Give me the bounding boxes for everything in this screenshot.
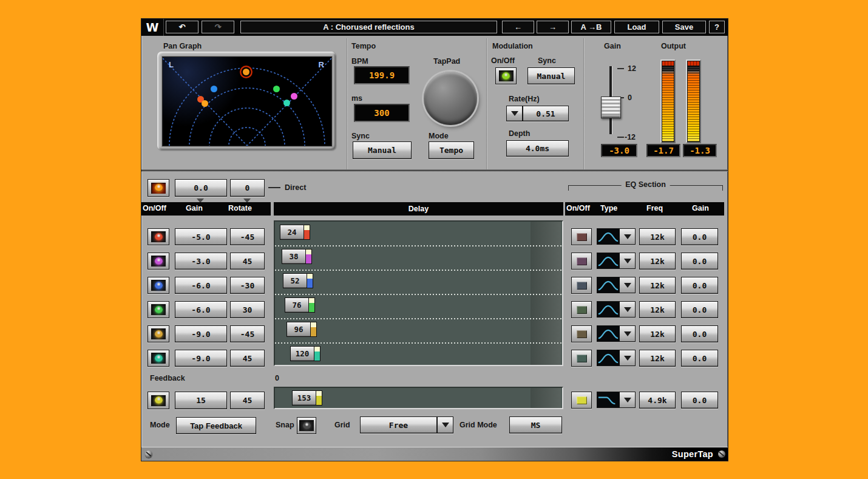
undo-button[interactable]: ↶ [166, 21, 198, 33]
bpm-value[interactable]: 199.9 [354, 66, 410, 84]
save-button[interactable]: Save [662, 21, 706, 33]
ms-value[interactable]: 300 [354, 104, 410, 122]
tap-6-gain[interactable]: -9.0 [175, 350, 227, 367]
eq-3-gain[interactable]: 0.0 [681, 277, 718, 294]
pan-dot[interactable] [243, 69, 249, 75]
tap-4-delay-handle[interactable]: 76 [285, 297, 315, 313]
eq-5-freq[interactable]: 12k [639, 325, 676, 342]
eq-5-onoff[interactable] [571, 325, 592, 342]
rate-value[interactable]: 0.51 [523, 106, 569, 121]
pan-dot[interactable] [291, 93, 297, 100]
next-preset-button[interactable]: → [537, 21, 569, 33]
grid-dropdown-arrow[interactable] [437, 416, 453, 433]
feedback-delay-handle[interactable]: 153 [292, 390, 322, 406]
ms-label: ms [351, 94, 362, 103]
pan-graph-display[interactable]: L R [162, 56, 332, 146]
feedback-gain[interactable]: 15 [175, 392, 227, 409]
tap-3-onoff-led[interactable] [147, 277, 169, 294]
tap-2-gain[interactable]: -3.0 [175, 253, 227, 270]
tempo-mode-button[interactable]: Tempo [429, 141, 474, 159]
tap-2-delay-handle[interactable]: 38 [282, 249, 312, 264]
feedback-onoff-led[interactable] [147, 392, 169, 409]
eq-5-gain[interactable]: 0.0 [681, 325, 718, 342]
tap-6-rotate[interactable]: 45 [230, 350, 265, 367]
pan-dot[interactable] [202, 100, 208, 107]
preset-display[interactable]: A : Chorused reflections [240, 21, 497, 33]
eq-4-freq[interactable]: 12k [639, 301, 676, 318]
tap-4-rotate[interactable]: 30 [230, 301, 265, 318]
prev-preset-button[interactable]: ← [502, 21, 534, 33]
eq-curve-icon [597, 392, 620, 408]
eq-2-gain[interactable]: 0.0 [681, 253, 718, 270]
feedback-eq-onoff[interactable] [571, 392, 592, 409]
feedback-rotate[interactable]: 45 [230, 392, 265, 409]
tap-5-onoff-led[interactable] [147, 325, 169, 342]
eq-6-onoff[interactable] [571, 350, 592, 367]
tempo-sync-button[interactable]: Manual [353, 141, 412, 159]
eq-5-type[interactable] [597, 325, 636, 342]
mod-onoff-led[interactable] [495, 67, 517, 84]
eq-1-gain[interactable]: 0.0 [681, 228, 718, 245]
pan-dot[interactable] [211, 86, 217, 92]
grid-dropdown[interactable]: Free [360, 416, 437, 433]
tap-6-delay-handle[interactable]: 120 [290, 346, 320, 361]
tap-2-onoff-led[interactable] [147, 253, 169, 270]
feedback-eq-freq[interactable]: 4.9k [639, 392, 676, 409]
depth-value[interactable]: 4.0ms [506, 140, 569, 157]
tap-5-delay-handle[interactable]: 96 [287, 322, 317, 337]
delay-panel[interactable]: 24 38 52 76 96 120 [274, 220, 563, 366]
eq-2-type[interactable] [597, 253, 636, 269]
tap-5-rotate[interactable]: -45 [230, 325, 265, 342]
grid-mode-button[interactable]: MS [509, 416, 562, 433]
direct-gain[interactable]: 0.0 [175, 179, 227, 197]
tap-3-delay-handle[interactable]: 52 [283, 273, 313, 288]
gain-value[interactable]: -3.0 [601, 144, 637, 157]
eq-6-gain[interactable]: 0.0 [681, 350, 718, 367]
tap-1-delay-handle[interactable]: 24 [280, 225, 310, 240]
eq-2-onoff[interactable] [571, 253, 592, 270]
feedback-delay-track[interactable]: 153 [274, 387, 563, 409]
direct-rotate[interactable]: 0 [230, 179, 265, 197]
direct-onoff-led[interactable] [147, 179, 169, 197]
eq-4-onoff[interactable] [571, 301, 592, 318]
tap-1-gain[interactable]: -5.0 [175, 228, 227, 245]
tap-3-rotate[interactable]: -30 [230, 277, 265, 294]
eq-3-onoff[interactable] [571, 277, 592, 294]
tap-4-gain[interactable]: -6.0 [175, 301, 227, 318]
eq-1-freq[interactable]: 12k [639, 228, 676, 245]
help-button[interactable]: ? [709, 21, 725, 33]
output-meter-right [686, 59, 701, 143]
load-button[interactable]: Load [614, 21, 659, 33]
rate-dropdown-button[interactable] [506, 106, 523, 121]
redo-button[interactable]: ↷ [202, 21, 234, 33]
tap-6-onoff-led[interactable] [147, 350, 169, 367]
eq-2-freq[interactable]: 12k [639, 253, 676, 270]
tap-1-rotate[interactable]: -45 [230, 228, 265, 245]
eq-6-freq[interactable]: 12k [639, 350, 676, 367]
eq-3-freq[interactable]: 12k [639, 277, 676, 294]
mod-sync-button[interactable]: Manual [527, 67, 575, 84]
eq-4-type[interactable] [597, 301, 636, 318]
snap-led[interactable] [297, 417, 316, 434]
mod-sync-label: Sync [538, 56, 556, 65]
waves-logo-icon[interactable]: W [141, 19, 164, 36]
eq-6-type[interactable] [597, 350, 636, 366]
pan-dot[interactable] [273, 86, 280, 92]
mode-button[interactable]: Tap Feedback [176, 417, 256, 434]
row-separator [275, 318, 562, 319]
eq-1-onoff[interactable] [571, 228, 592, 245]
a-to-b-button[interactable]: A →B [571, 21, 611, 33]
tap-3-gain[interactable]: -6.0 [175, 277, 227, 294]
feedback-eq-type[interactable] [597, 392, 636, 408]
tap-1-onoff-led[interactable] [147, 228, 169, 245]
pan-dot[interactable] [283, 100, 290, 106]
eq-4-gain[interactable]: 0.0 [681, 301, 718, 318]
tap-2-rotate[interactable]: 45 [230, 253, 265, 270]
tap-4-onoff-led[interactable] [147, 301, 169, 318]
feedback-eq-gain[interactable]: 0.0 [681, 392, 718, 409]
gain-slider-handle[interactable] [601, 97, 621, 118]
tap-5-gain[interactable]: -9.0 [175, 325, 227, 342]
tappad-knob[interactable] [424, 72, 477, 125]
eq-1-type[interactable] [597, 228, 636, 245]
eq-3-type[interactable] [597, 277, 636, 293]
